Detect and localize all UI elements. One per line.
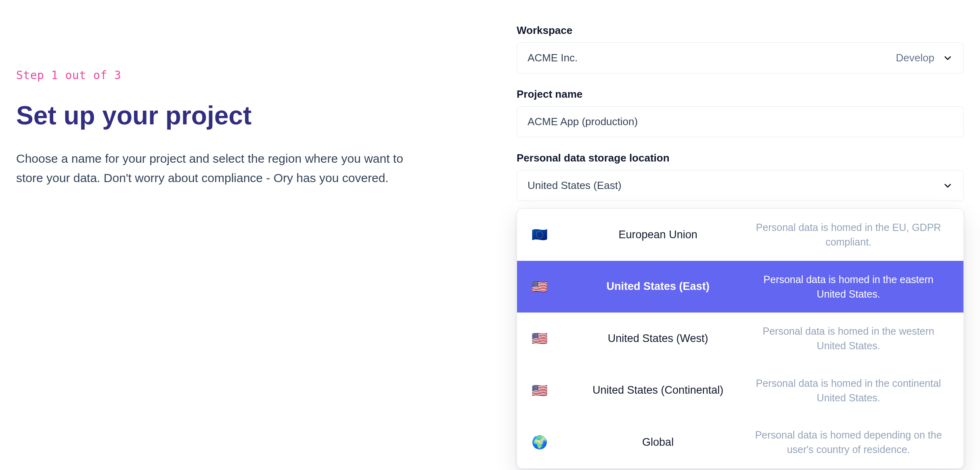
intro-panel: Step 1 out of 3 Set up your project Choo… — [16, 24, 452, 454]
storage-option[interactable]: 🇺🇸United States (West)Personal data is h… — [517, 313, 963, 365]
storage-option-name: United States (Continental) — [578, 384, 738, 397]
storage-location-select[interactable]: United States (East) — [517, 170, 964, 201]
chevron-down-icon — [942, 180, 953, 191]
step-indicator: Step 1 out of 3 — [16, 69, 452, 82]
workspace-field: Workspace ACME Inc. Develop — [517, 24, 964, 73]
storage-option[interactable]: 🇪🇺European UnionPersonal data is homed i… — [517, 209, 963, 261]
workspace-label: Workspace — [517, 24, 964, 37]
project-name-label: Project name — [517, 88, 964, 101]
storage-option-description: Personal data is homed in the western Un… — [748, 324, 949, 353]
workspace-select-right: Develop — [896, 52, 953, 64]
flag-icon: 🇺🇸 — [532, 383, 568, 398]
storage-option-name: Global — [578, 436, 738, 449]
storage-option-description: Personal data is homed in the EU, GDPR c… — [748, 220, 949, 250]
storage-option-name: European Union — [578, 229, 738, 241]
storage-option[interactable]: 🌍GlobalPersonal data is homed depending … — [517, 416, 963, 468]
flag-icon: 🌍 — [532, 434, 568, 450]
storage-location-dropdown: 🇪🇺European UnionPersonal data is homed i… — [517, 208, 964, 469]
storage-option-name: United States (East) — [578, 280, 738, 293]
storage-location-label: Personal data storage location — [517, 152, 964, 164]
chevron-down-icon — [942, 53, 953, 63]
flag-icon: 🇪🇺 — [532, 227, 568, 242]
storage-location-field: Personal data storage location United St… — [517, 152, 964, 469]
workspace-value: ACME Inc. — [528, 52, 578, 64]
workspace-select[interactable]: ACME Inc. Develop — [517, 42, 964, 73]
project-name-input[interactable] — [517, 106, 964, 137]
storage-option-description: Personal data is homed in the continenta… — [748, 376, 949, 405]
flag-icon: 🇺🇸 — [532, 331, 568, 346]
storage-option[interactable]: 🇺🇸United States (East)Personal data is h… — [517, 261, 963, 313]
storage-option[interactable]: 🇺🇸United States (Continental)Personal da… — [517, 365, 963, 417]
form-panel: Workspace ACME Inc. Develop Project name… — [517, 24, 964, 454]
page-description: Choose a name for your project and selec… — [16, 149, 428, 188]
setup-project-page: Step 1 out of 3 Set up your project Choo… — [0, 0, 980, 470]
workspace-plan-tag: Develop — [896, 52, 934, 64]
storage-option-description: Personal data is homed in the eastern Un… — [748, 272, 949, 302]
storage-option-description: Personal data is homed depending on the … — [748, 428, 949, 457]
project-name-field: Project name — [517, 88, 964, 137]
flag-icon: 🇺🇸 — [532, 279, 568, 294]
page-title: Set up your project — [16, 101, 452, 130]
storage-option-name: United States (West) — [578, 332, 738, 345]
storage-location-value: United States (East) — [528, 179, 622, 192]
